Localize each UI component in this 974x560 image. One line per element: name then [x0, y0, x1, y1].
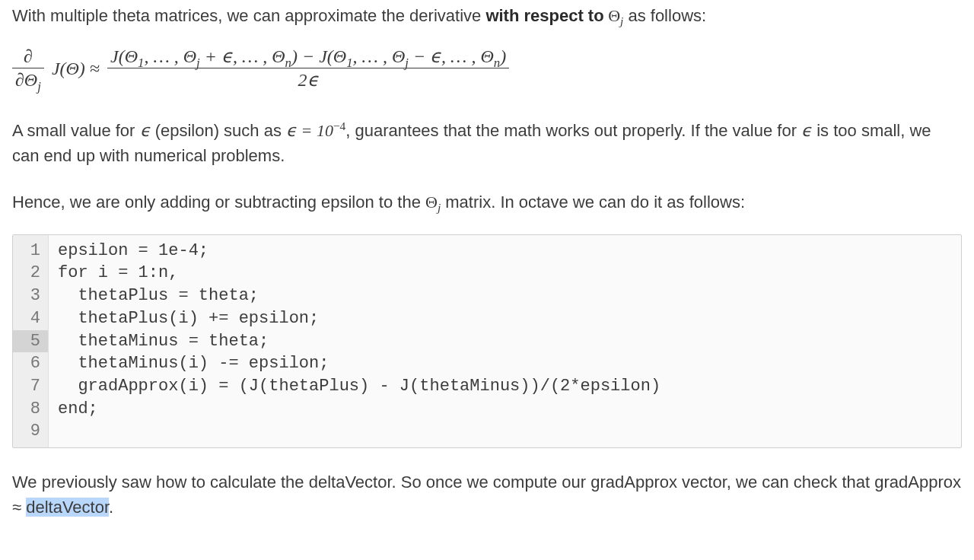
paragraph-intro: With multiple theta matrices, we can app…: [12, 3, 962, 28]
line-number: 6: [27, 352, 40, 375]
text: We previously saw how to calculate the d…: [12, 473, 961, 517]
text-math: ϵ = 10: [286, 121, 333, 140]
t: J(Θ: [110, 46, 138, 66]
sub: j: [37, 79, 41, 94]
text: With multiple theta matrices, we can app…: [12, 6, 485, 25]
text: .: [109, 498, 113, 517]
text-bold: with respect to: [485, 6, 603, 25]
numerator: ∂: [21, 46, 36, 66]
line-number: 7: [27, 375, 40, 398]
t: ) − J(Θ: [291, 46, 346, 66]
line-number: 5: [13, 330, 48, 353]
line-number: 9: [27, 420, 40, 443]
text: as follows:: [623, 6, 706, 25]
t: + ϵ, … , Θ: [200, 46, 285, 66]
text-math: ϵ: [801, 121, 812, 140]
code-gutter: 123456789: [13, 235, 49, 447]
code-block[interactable]: 123456789 epsilon = 1e-4; for i = 1:n, t…: [12, 234, 962, 448]
line-number: 2: [27, 262, 40, 285]
text-math: ϵ: [140, 121, 151, 140]
selected-text[interactable]: deltaVector: [26, 498, 109, 517]
text-math: Θ: [604, 6, 620, 25]
text-sup: −4: [333, 119, 345, 132]
paragraph-octave: Hence, we are only adding or subtracting…: [12, 189, 962, 215]
t: , … , Θ: [353, 46, 406, 66]
text: ∂Θ: [15, 70, 37, 90]
fraction-rhs: J(Θ1, … , Θj + ϵ, … , Θn) − J(Θ1, … , Θj…: [107, 46, 509, 91]
paragraph-epsilon: A small value for ϵ (epsilon) such as ϵ …: [12, 118, 962, 168]
text: A small value for: [12, 121, 140, 140]
text: Hence, we are only adding or subtracting…: [12, 192, 425, 212]
paragraph-deltavector: We previously saw how to calculate the d…: [12, 469, 962, 520]
text: J(Θ) ≈: [52, 55, 100, 82]
fraction-bar: [107, 68, 509, 68]
code-inner: 123456789 epsilon = 1e-4; for i = 1:n, t…: [13, 235, 961, 447]
code-text[interactable]: epsilon = 1e-4; for i = 1:n, thetaPlus =…: [49, 235, 670, 447]
text-math: Θ: [425, 192, 438, 212]
t: , … , Θ: [144, 46, 196, 66]
t: ): [500, 46, 506, 66]
fraction-bar: [12, 68, 44, 68]
denominator: 2ϵ: [295, 70, 322, 90]
line-number: 8: [27, 398, 40, 421]
denominator: ∂Θj: [12, 70, 44, 90]
document-body: With multiple theta matrices, we can app…: [0, 0, 974, 546]
text: (epsilon) such as: [151, 121, 287, 140]
text: matrix. In octave we can do it as follow…: [441, 192, 745, 212]
line-number: 1: [27, 240, 40, 262]
line-number: 3: [27, 285, 40, 307]
text: , guarantees that the math works out pro…: [345, 121, 801, 140]
t: − ϵ, … , Θ: [409, 46, 494, 66]
numerator: J(Θ1, … , Θj + ϵ, … , Θn) − J(Θ1, … , Θj…: [107, 46, 509, 66]
fraction-lhs: ∂ ∂Θj: [12, 46, 44, 91]
line-number: 4: [27, 307, 40, 330]
formula-gradient-approx: ∂ ∂Θj J(Θ) ≈ J(Θ1, … , Θj + ϵ, … , Θn) −…: [12, 46, 962, 91]
